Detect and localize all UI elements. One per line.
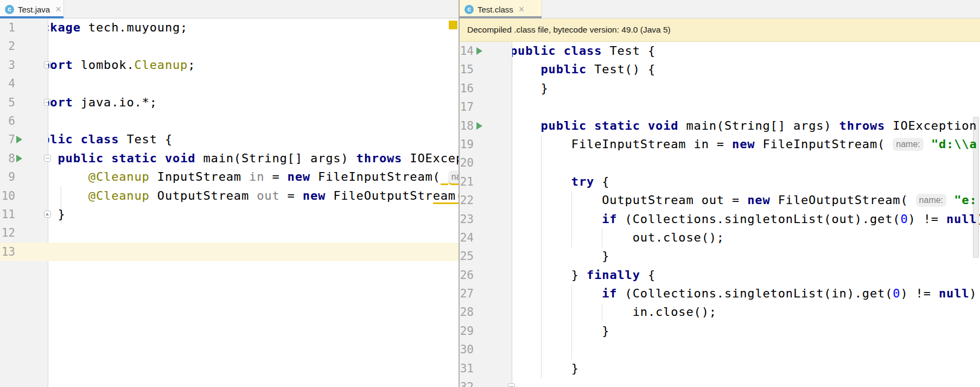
code-line[interactable]: 22 OutputStream out = new FileOutputStre… [460, 191, 980, 210]
line-number[interactable]: 26 [460, 266, 474, 284]
code-text[interactable]: } [48, 205, 459, 224]
line-number[interactable]: 23 [460, 210, 474, 229]
code-line[interactable]: 21 try { [460, 173, 980, 191]
code-text[interactable]: import java.io.*; [48, 93, 459, 112]
code-text[interactable]: if (Collections.singletonList(in).get(0)… [512, 284, 980, 303]
code-text[interactable]: @Cleanup InputStream in = new FileInputS… [48, 168, 459, 186]
code-line[interactable]: 2 [0, 37, 459, 55]
code-line[interactable]: 19 FileInputStream in = new FileInputStr… [460, 135, 980, 154]
code-line[interactable]: 13 [0, 243, 459, 261]
line-number[interactable]: 13 [0, 243, 15, 261]
line-number[interactable]: 5 [0, 93, 15, 112]
line-number[interactable]: 22 [460, 191, 474, 210]
line-number[interactable]: 6 [0, 112, 15, 130]
line-number[interactable]: 20 [460, 154, 474, 172]
line-number[interactable]: 1 [0, 18, 15, 37]
code-line[interactable]: 30 [460, 340, 980, 359]
code-line[interactable]: 1package tech.muyoung; [0, 18, 459, 37]
line-number[interactable]: 10 [0, 187, 15, 205]
tab-test-class[interactable]: c Test.class × [460, 0, 542, 18]
code-line[interactable]: 11 } [0, 205, 459, 224]
code-text[interactable]: if (Collections.singletonList(out).get(0… [512, 210, 980, 229]
code-text[interactable]: package tech.muyoung; [48, 18, 459, 37]
line-number[interactable]: 12 [0, 224, 15, 242]
code-line[interactable]: 14public class Test { [460, 42, 980, 60]
code-text[interactable] [48, 74, 459, 93]
run-icon[interactable] [476, 122, 482, 130]
code-text[interactable] [512, 340, 980, 359]
line-number[interactable]: 3 [0, 56, 15, 74]
code-text[interactable]: } [512, 247, 980, 265]
line-number[interactable]: 31 [460, 359, 474, 378]
code-text[interactable]: public static void main(String[] args) t… [512, 117, 980, 135]
code-editor-decompiled[interactable]: 14public class Test {15 public Test() {1… [460, 42, 980, 387]
code-text[interactable]: } [512, 79, 980, 98]
code-text[interactable]: } finally { [512, 266, 980, 284]
code-text[interactable]: } [512, 359, 980, 378]
code-line[interactable]: 12 [0, 224, 459, 242]
code-line[interactable]: 17 [460, 98, 980, 116]
code-line[interactable]: 8 public static void main(String[] args)… [0, 149, 459, 168]
run-icon[interactable] [16, 136, 22, 143]
code-line[interactable]: 3import lombok.Cleanup; [0, 56, 459, 74]
code-text[interactable]: } [512, 322, 980, 340]
code-text[interactable]: FileInputStream in = new FileInputStream… [512, 135, 980, 154]
line-number[interactable]: 30 [460, 340, 474, 359]
line-number[interactable]: 21 [460, 173, 474, 191]
line-number[interactable]: 14 [460, 42, 474, 60]
tab-test-java[interactable]: c Test.java × [0, 0, 64, 18]
code-text[interactable]: @Cleanup OutputStream out = new FileOutp… [48, 187, 459, 205]
code-text[interactable] [48, 112, 459, 130]
line-number[interactable]: 19 [460, 135, 474, 154]
code-text[interactable]: public Test() { [512, 60, 980, 79]
code-line[interactable]: 27 if (Collections.singletonList(in).get… [460, 284, 980, 303]
code-line[interactable]: 26 } finally { [460, 266, 980, 284]
code-line[interactable]: 4 [0, 74, 459, 93]
close-icon[interactable]: × [55, 5, 61, 13]
code-text[interactable]: OutputStream out = new FileOutputStream(… [512, 191, 980, 210]
code-line[interactable]: 20 [460, 154, 980, 172]
line-number[interactable]: 16 [460, 79, 474, 98]
line-number[interactable]: 2 [0, 37, 15, 55]
line-number[interactable]: 27 [460, 284, 474, 303]
code-line[interactable]: 6 [0, 112, 459, 130]
code-text[interactable]: try { [512, 173, 980, 191]
code-line[interactable]: 31 } [460, 359, 980, 378]
code-text[interactable] [512, 378, 980, 387]
code-text[interactable] [512, 98, 980, 116]
run-icon[interactable] [476, 47, 482, 55]
code-line[interactable]: 28 in.close(); [460, 303, 980, 321]
code-text[interactable] [48, 224, 459, 242]
code-text[interactable]: in.close(); [512, 303, 980, 321]
code-line[interactable]: 25 } [460, 247, 980, 265]
code-line[interactable]: 16 } [460, 79, 980, 98]
code-line[interactable]: 10 @Cleanup OutputStream out = new FileO… [0, 187, 459, 205]
code-text[interactable] [48, 37, 459, 55]
line-number[interactable]: 25 [460, 247, 474, 265]
line-number[interactable]: 29 [460, 322, 474, 340]
code-line[interactable]: 32 [460, 378, 980, 387]
line-number[interactable]: 9 [0, 168, 15, 186]
code-line[interactable]: 24 out.close(); [460, 229, 980, 247]
line-number[interactable]: 18 [460, 117, 474, 135]
line-number[interactable]: 8 [0, 149, 15, 168]
code-text[interactable]: import lombok.Cleanup; [48, 56, 459, 74]
line-number[interactable]: 4 [0, 74, 15, 93]
code-text[interactable]: public class Test { [48, 130, 459, 149]
code-line[interactable]: 18 public static void main(String[] args… [460, 117, 980, 135]
code-line[interactable]: 5import java.io.*; [0, 93, 459, 112]
code-line[interactable]: 15 public Test() { [460, 60, 980, 79]
code-text[interactable] [512, 154, 980, 172]
code-line[interactable]: 7public class Test { [0, 130, 459, 149]
line-number[interactable]: 28 [460, 303, 474, 321]
line-number[interactable]: 17 [460, 98, 474, 116]
line-number[interactable]: 11 [0, 205, 15, 224]
line-number[interactable]: 32 [460, 378, 474, 387]
code-text[interactable] [48, 243, 459, 261]
code-text[interactable]: out.close(); [512, 229, 980, 247]
code-line[interactable]: 9 @Cleanup InputStream in = new FileInpu… [0, 168, 459, 186]
code-line[interactable]: 29 } [460, 322, 980, 340]
line-number[interactable]: 24 [460, 229, 474, 247]
code-text[interactable]: public class Test { [512, 42, 980, 60]
code-editor-source[interactable]: 1package tech.muyoung;23import lombok.Cl… [0, 18, 459, 387]
